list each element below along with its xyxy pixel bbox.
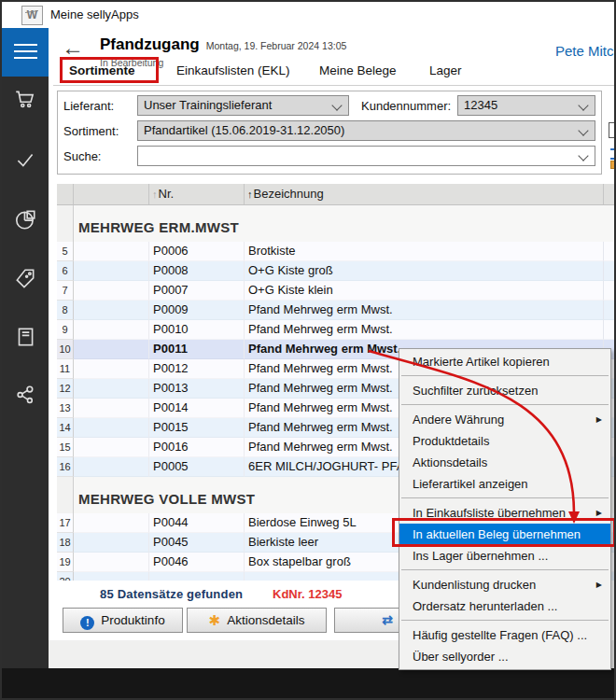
- page-title: PfandzugangMontag, 19. Februar 2024 13:0…: [100, 35, 346, 54]
- menu-item[interactable]: Häufig gestellte Fragen (FAQ) ...: [399, 624, 610, 646]
- menu-item-label: Lieferartikel anzeigen: [413, 477, 528, 491]
- filter-checkbox[interactable]: [609, 122, 616, 138]
- cell-empty: [74, 281, 149, 301]
- cell-empty: [74, 359, 149, 379]
- cell-empty: [74, 261, 149, 281]
- cart-icon[interactable]: [13, 87, 37, 111]
- menu-separator: [401, 375, 609, 376]
- cell-rownum: 8: [57, 301, 74, 320]
- suche-combobox[interactable]: [137, 146, 595, 166]
- table-header-row: ↑Nr. ↑Bezeichnung: [57, 184, 616, 205]
- cell-empty: [74, 572, 149, 581]
- lieferant-select[interactable]: Unser Trainingslieferant: [137, 95, 349, 116]
- menu-item-label: Suchfilter zurücksetzen: [413, 384, 538, 398]
- cell-bezeichnung: Brotkiste: [245, 242, 604, 261]
- menu-item-label: Häufig gestellte Fragen (FAQ) ...: [413, 628, 587, 642]
- sortiment-label: Sortiment:: [63, 124, 119, 138]
- cell-empty: [74, 301, 149, 320]
- cell-rownum: 12: [57, 379, 74, 399]
- cell-bezeichnung: Pfand Mehrweg erm Mwst.: [245, 301, 604, 320]
- cell-nr: P0014: [149, 399, 245, 418]
- menu-item[interactable]: In aktuellen Beleg übernehmen: [399, 524, 610, 545]
- menu-item-label: Ordersatz herunterladen ...: [413, 599, 557, 613]
- table-row[interactable]: 7P0007O+G Kiste klein: [57, 281, 616, 301]
- book-icon[interactable]: [13, 325, 37, 349]
- cell-empty: [74, 242, 149, 261]
- cell-rownum: 18: [57, 533, 74, 553]
- chevron-down-icon: [331, 100, 342, 110]
- filter-clear-icon[interactable]: [610, 161, 616, 169]
- menu-item[interactable]: Ordersatz herunterladen ...: [399, 595, 610, 617]
- kundennummer-select[interactable]: 12345: [457, 95, 595, 116]
- app-window: W Meine sellyApps ⚙ ← PfandzugangMontag,…: [0, 0, 616, 700]
- cell-empty: [74, 320, 149, 340]
- cell-nr: P0044: [149, 513, 245, 533]
- menu-item[interactable]: Kundenlistung drucken▶: [399, 574, 610, 595]
- menu-item-label: Aktionsdetails: [413, 455, 487, 469]
- check-icon[interactable]: [13, 147, 37, 172]
- hamburger-menu-icon[interactable]: [2, 28, 49, 77]
- cell-nr: P0007: [149, 281, 245, 301]
- submenu-arrow-icon: ▶: [596, 409, 602, 430]
- tab-einkaufslisten[interactable]: Einkaufslisten (EKL): [176, 63, 290, 77]
- menu-item[interactable]: Lieferartikel anzeigen: [399, 473, 610, 495]
- menu-item[interactable]: Suchfilter zurücksetzen: [399, 380, 610, 401]
- chevron-down-icon: [578, 150, 588, 161]
- pie-chart-icon[interactable]: [13, 207, 37, 231]
- tab-bar: Sortimente Einkaufslisten (EKL) Meine Be…: [49, 56, 616, 85]
- app-title: Meine sellyApps: [50, 7, 139, 21]
- table-row[interactable]: 9P0010Pfand Mehrweg erm Mwst.: [57, 320, 616, 340]
- menu-item[interactable]: Andere Währung▶: [399, 409, 610, 430]
- menu-item-label: Kundenlistung drucken: [413, 578, 536, 592]
- cell-extra: [604, 301, 616, 320]
- cell-extra: [604, 242, 616, 261]
- sun-icon: ✱: [209, 612, 221, 628]
- col-empty-header[interactable]: [74, 184, 149, 204]
- submenu-arrow-icon: ▶: [596, 574, 602, 595]
- menu-item[interactable]: Ins Lager übernehmen ...: [399, 545, 610, 567]
- filter-list-icon[interactable]: [610, 148, 616, 160]
- group-rownum-cell: [57, 205, 74, 242]
- tab-sortimente[interactable]: Sortimente: [69, 63, 135, 77]
- menu-item-label: Ins Lager übernehmen ...: [413, 549, 548, 563]
- cell-nr: P0016: [149, 438, 245, 457]
- share-icon[interactable]: [13, 383, 37, 407]
- cell-rownum: 16: [57, 457, 74, 477]
- cell-bezeichnung: Pfand Mehrweg erm Mwst.: [245, 320, 604, 340]
- cell-rownum: 13: [57, 399, 74, 418]
- table-row[interactable]: 8P0009Pfand Mehrweg erm Mwst.: [57, 301, 616, 320]
- menu-item-label: Markierte Artikel kopieren: [413, 355, 550, 369]
- sidebar: ⚙: [2, 28, 49, 694]
- menu-item[interactable]: Produktdetails: [399, 430, 610, 452]
- tag-icon[interactable]: [13, 267, 37, 291]
- menu-separator: [401, 620, 609, 621]
- sortiment-select[interactable]: Pfandartikel (15.06.2019-31.12.2050): [137, 120, 595, 141]
- suche-label: Suche:: [63, 149, 101, 163]
- col-extra-header[interactable]: [604, 184, 616, 204]
- menu-item[interactable]: Markierte Artikel kopieren: [399, 351, 610, 372]
- cell-rownum: 11: [57, 359, 74, 379]
- cell-rownum: 10: [57, 340, 74, 359]
- tab-meine-belege[interactable]: Meine Belege: [319, 63, 397, 77]
- col-rownum-header[interactable]: [57, 184, 74, 204]
- cell-rownum: 9: [57, 320, 74, 340]
- aktionsdetails-button[interactable]: ✱Aktionsdetails: [187, 608, 327, 633]
- produktinfo-button[interactable]: !Produktinfo: [63, 608, 183, 633]
- col-nr-header[interactable]: ↑Nr.: [149, 184, 245, 204]
- menu-item[interactable]: Aktionsdetails: [399, 452, 610, 473]
- cell-empty: [74, 533, 149, 553]
- table-row[interactable]: 6P0008O+G Kiste groß: [57, 261, 616, 281]
- tab-lager[interactable]: Lager: [429, 63, 462, 77]
- menu-item[interactable]: Über sellyorder ...: [399, 646, 610, 667]
- group-rownum-cell: [57, 477, 74, 513]
- cell-empty: [74, 418, 149, 438]
- cell-bezeichnung: O+G Kiste klein: [245, 281, 604, 301]
- sort-asc-icon: ↑: [152, 189, 158, 200]
- group-header-row: MEHRWEG ERM.MWST: [57, 205, 616, 242]
- app-logo-icon: W: [21, 6, 43, 25]
- table-row[interactable]: 5P0006Brotkiste: [57, 242, 616, 261]
- col-bezeichnung-header[interactable]: ↑Bezeichnung: [245, 184, 604, 204]
- cell-empty: [74, 438, 149, 457]
- tab-divider: [53, 85, 616, 86]
- menu-item[interactable]: In Einkaufsliste übernehmen▶: [399, 502, 610, 524]
